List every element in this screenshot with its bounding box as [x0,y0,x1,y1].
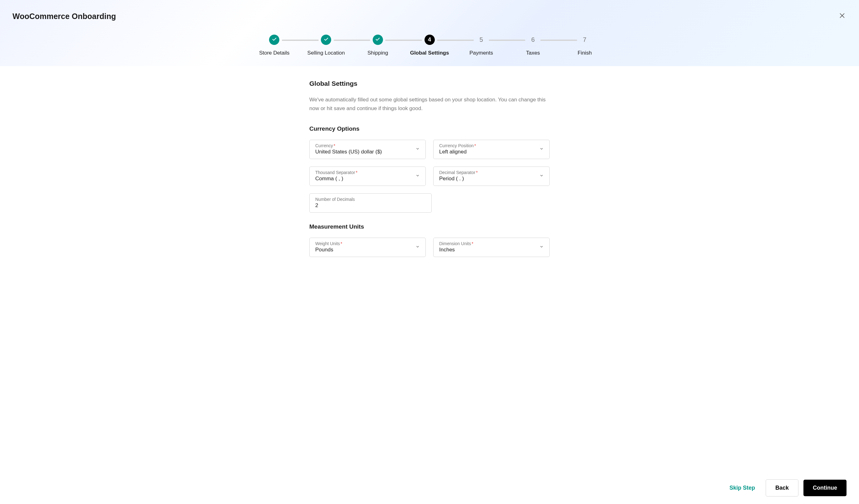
field-value: Pounds [315,247,420,253]
step-label: Payments [469,50,493,56]
field-value: Left aligned [439,149,544,155]
field-label: Weight Units* [315,241,420,246]
thousand-separator-select[interactable]: Thousand Separator* Comma ( , ) [309,167,426,186]
currency-section-heading: Currency Options [309,125,550,132]
page-title: WooCommerce Onboarding [13,12,846,21]
step-indicator-completed [269,35,280,45]
field-label: Currency* [315,143,420,148]
step-store-details[interactable]: Store Details [248,35,300,56]
step-finish[interactable]: 7 Finish [559,35,611,56]
step-shipping[interactable]: Shipping [352,35,404,56]
required-indicator: * [472,241,473,246]
required-indicator: * [474,143,476,148]
form-row: Number of Decimals 2 [309,193,550,213]
step-taxes[interactable]: 6 Taxes [507,35,559,56]
form-row: Currency* United States (US) dollar ($) … [309,140,550,159]
required-indicator: * [341,241,342,246]
close-icon [839,12,846,20]
required-indicator: * [334,143,335,148]
dimension-units-select[interactable]: Dimension Units* Inches [433,238,550,257]
form-row: Thousand Separator* Comma ( , ) Decimal … [309,167,550,186]
decimal-separator-select[interactable]: Decimal Separator* Period ( . ) [433,167,550,186]
step-indicator-completed [321,35,331,45]
field-value: Comma ( , ) [315,176,420,182]
measurement-section: Measurement Units Weight Units* Pounds D… [309,223,550,257]
field-value: Inches [439,247,544,253]
field-label: Thousand Separator* [315,170,420,175]
field-label: Number of Decimals [315,197,426,202]
step-label: Store Details [259,50,289,56]
measurement-section-heading: Measurement Units [309,223,550,230]
step-indicator-future: 5 [476,35,486,45]
required-indicator: * [356,170,357,175]
currency-select[interactable]: Currency* United States (US) dollar ($) [309,140,426,159]
chevron-down-icon [539,146,544,152]
step-indicator-completed [373,35,383,45]
currency-position-select[interactable]: Currency Position* Left aligned [433,140,550,159]
spacer [439,193,550,213]
number-of-decimals-input[interactable]: Number of Decimals 2 [309,193,432,213]
field-value: Period ( . ) [439,176,544,182]
field-label: Currency Position* [439,143,544,148]
weight-units-select[interactable]: Weight Units* Pounds [309,238,426,257]
main-content: Global Settings We've automatically fill… [306,80,553,308]
step-indicator-active: 4 [424,35,435,45]
chevron-down-icon [416,146,420,152]
check-icon [375,37,380,43]
step-label: Taxes [526,50,540,56]
required-indicator: * [476,170,478,175]
step-indicator-future: 6 [528,35,538,45]
field-label: Dimension Units* [439,241,544,246]
step-global-settings[interactable]: 4 Global Settings [404,35,455,56]
progress-stepper: Store Details Selling Location [230,35,629,56]
content-description: We've automatically filled out some glob… [309,95,550,113]
step-label: Shipping [367,50,388,56]
step-label: Selling Location [307,50,345,56]
close-button[interactable] [838,12,846,20]
chevron-down-icon [416,173,420,179]
field-value: 2 [315,202,426,209]
step-label: Finish [577,50,591,56]
check-icon [272,37,277,43]
step-selling-location[interactable]: Selling Location [300,35,352,56]
chevron-down-icon [539,173,544,179]
content-heading: Global Settings [309,80,550,87]
step-indicator-future: 7 [579,35,590,45]
chevron-down-icon [539,245,544,250]
field-value: United States (US) dollar ($) [315,149,420,155]
form-row: Weight Units* Pounds Dimension Units* In… [309,238,550,257]
step-payments[interactable]: 5 Payments [455,35,507,56]
chevron-down-icon [416,245,420,250]
step-label: Global Settings [410,50,449,56]
check-icon [324,37,329,43]
onboarding-header: WooCommerce Onboarding Store Details [0,0,859,66]
field-label: Decimal Separator* [439,170,544,175]
